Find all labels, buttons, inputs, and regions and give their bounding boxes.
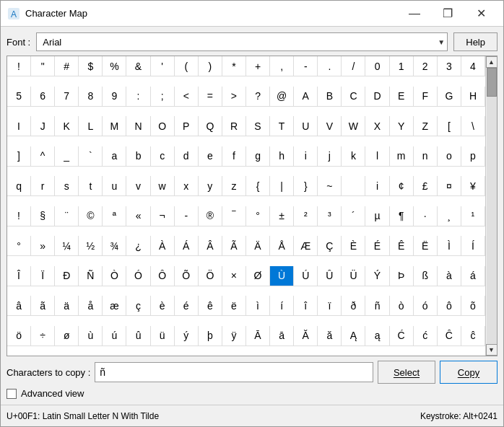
- char-cell[interactable]: H: [461, 87, 485, 107]
- char-cell[interactable]: ±: [270, 206, 294, 226]
- char-cell[interactable]: Ā: [246, 326, 270, 346]
- char-cell[interactable]: }: [294, 176, 318, 196]
- char-cell[interactable]: ^: [31, 146, 55, 167]
- char-cell[interactable]: ": [31, 56, 55, 76]
- char-cell[interactable]: Ð: [55, 266, 79, 286]
- char-cell[interactable]: Ù: [270, 266, 294, 286]
- char-cell[interactable]: Ï: [31, 266, 55, 286]
- scrollbar-track[interactable]: [487, 68, 497, 344]
- char-cell[interactable]: F: [414, 87, 438, 107]
- char-cell[interactable]: È: [342, 236, 365, 256]
- char-cell[interactable]: d: [175, 146, 199, 167]
- char-cell[interactable]: ;: [151, 87, 175, 107]
- char-cell[interactable]: 2: [414, 56, 438, 76]
- scrollbar-up-button[interactable]: ▲: [486, 56, 498, 68]
- char-cell[interactable]: °: [7, 236, 31, 256]
- select-button[interactable]: Select: [378, 361, 435, 384]
- char-cell[interactable]: â: [7, 296, 31, 316]
- char-cell[interactable]: Ë: [414, 236, 438, 256]
- char-cell[interactable]: ¢: [390, 176, 414, 196]
- char-cell[interactable]: µ: [365, 206, 389, 226]
- char-cell[interactable]: ÿ: [222, 326, 246, 346]
- char-cell[interactable]: î: [294, 296, 318, 316]
- char-cell[interactable]: #: [55, 56, 79, 76]
- char-cell[interactable]: Ă: [294, 326, 318, 346]
- char-cell[interactable]: ¤: [438, 176, 461, 196]
- char-cell[interactable]: í: [270, 296, 294, 316]
- char-cell[interactable]: ê: [199, 296, 222, 316]
- char-cell[interactable]: w: [151, 176, 175, 196]
- char-cell[interactable]: Ą: [342, 326, 365, 346]
- char-cell[interactable]: D: [365, 87, 389, 107]
- char-cell[interactable]: Ó: [126, 266, 150, 286]
- char-cell[interactable]: ´: [342, 206, 365, 226]
- char-cell[interactable]: »: [31, 236, 55, 256]
- char-cell[interactable]: V: [318, 116, 342, 136]
- char-cell[interactable]: Ö: [199, 266, 222, 286]
- char-cell[interactable]: s: [55, 176, 79, 196]
- char-cell[interactable]: A: [294, 87, 318, 107]
- characters-to-copy-input[interactable]: [95, 362, 373, 382]
- char-cell[interactable]: å: [79, 296, 103, 316]
- char-cell[interactable]: ß: [414, 266, 438, 286]
- char-cell[interactable]: Y: [390, 116, 414, 136]
- char-cell[interactable]: æ: [103, 296, 126, 316]
- char-cell[interactable]: B: [318, 87, 342, 107]
- char-cell[interactable]: ü: [151, 326, 175, 346]
- char-cell[interactable]: Æ: [294, 236, 318, 256]
- char-cell[interactable]: ó: [414, 296, 438, 316]
- char-cell[interactable]: ç: [126, 296, 150, 316]
- char-cell[interactable]: ú: [103, 326, 126, 346]
- char-cell[interactable]: ò: [390, 296, 414, 316]
- char-cell[interactable]: K: [55, 116, 79, 136]
- char-cell[interactable]: ¬: [151, 206, 175, 226]
- scrollbar-thumb[interactable]: [487, 68, 497, 97]
- char-cell[interactable]: ¶: [390, 206, 414, 226]
- char-cell[interactable]: *: [222, 56, 246, 76]
- char-cell[interactable]: :: [126, 87, 150, 107]
- char-cell[interactable]: I: [7, 116, 31, 136]
- char-cell[interactable]: ~: [318, 176, 342, 196]
- char-cell[interactable]: £: [414, 176, 438, 196]
- char-cell[interactable]: ¼: [55, 236, 79, 256]
- char-cell[interactable]: (: [175, 56, 199, 76]
- char-cell[interactable]: Å: [270, 236, 294, 256]
- char-cell[interactable]: ': [151, 56, 175, 76]
- char-cell[interactable]: ć: [414, 326, 438, 346]
- char-cell[interactable]: ³: [318, 206, 342, 226]
- char-cell[interactable]: q: [7, 176, 31, 196]
- char-cell[interactable]: <: [175, 87, 199, 107]
- char-cell[interactable]: 4: [461, 56, 485, 76]
- char-cell[interactable]: Í: [461, 236, 485, 256]
- char-cell[interactable]: Q: [199, 116, 222, 136]
- char-cell[interactable]: Ĉ: [438, 326, 461, 346]
- char-cell[interactable]: e: [199, 146, 222, 167]
- char-cell[interactable]: Ò: [103, 266, 126, 286]
- char-cell[interactable]: l: [365, 146, 389, 167]
- char-cell[interactable]: L: [79, 116, 103, 136]
- char-cell[interactable]: +: [246, 56, 270, 76]
- char-cell[interactable]: 6: [31, 87, 55, 107]
- char-cell[interactable]: n: [414, 146, 438, 167]
- char-cell[interactable]: Ä: [246, 236, 270, 256]
- char-cell[interactable]: /: [342, 56, 365, 76]
- char-cell[interactable]: ¾: [103, 236, 126, 256]
- char-cell[interactable]: &: [126, 56, 150, 76]
- char-cell[interactable]: 3: [438, 56, 461, 76]
- char-cell[interactable]: j: [318, 146, 342, 167]
- char-cell[interactable]: ö: [7, 326, 31, 346]
- char-cell[interactable]: \: [461, 116, 485, 136]
- char-cell[interactable]: é: [175, 296, 199, 316]
- char-cell[interactable]: Á: [175, 236, 199, 256]
- char-cell[interactable]: ¸: [438, 206, 461, 226]
- copy-button[interactable]: Copy: [440, 361, 498, 384]
- char-cell[interactable]: Þ: [390, 266, 414, 286]
- char-cell[interactable]: v: [126, 176, 150, 196]
- char-cell[interactable]: 7: [55, 87, 79, 107]
- char-cell[interactable]: Ê: [390, 236, 414, 256]
- char-cell[interactable]: ä: [55, 296, 79, 316]
- char-cell[interactable]: ĉ: [461, 326, 485, 346]
- char-cell[interactable]: >: [222, 87, 246, 107]
- char-cell[interactable]: ý: [175, 326, 199, 346]
- char-cell[interactable]: 0: [365, 56, 389, 76]
